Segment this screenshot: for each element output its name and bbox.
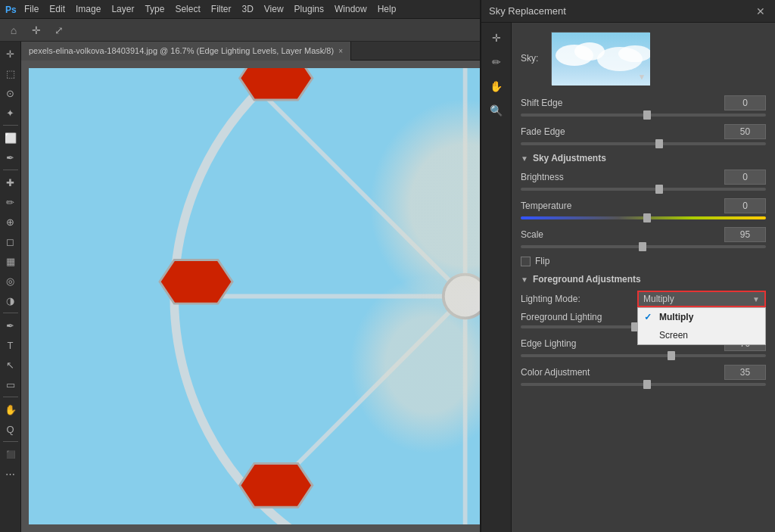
gradient-tool[interactable]: ▦	[2, 252, 20, 270]
lighting-mode-label: Lighting Mode:	[521, 294, 580, 304]
menu-image[interactable]: Image	[71, 2, 105, 16]
multiply-check-icon: ✓	[644, 312, 655, 322]
dropdown-option-multiply[interactable]: ✓ Multiply	[638, 308, 765, 326]
edge-lighting-thumb[interactable]	[668, 351, 675, 360]
sky-adjustments-section[interactable]: ▼ Sky Adjustments	[521, 153, 766, 163]
color-adjustment-track[interactable]	[521, 383, 766, 386]
temperature-track[interactable]	[521, 216, 766, 219]
lighting-mode-dropdown-list: ✓ Multiply ✓ Screen	[637, 307, 766, 345]
scale-track[interactable]	[521, 245, 766, 248]
fade-edge-row: Fade Edge 50	[521, 124, 766, 139]
lasso-tool[interactable]: ⊙	[2, 84, 20, 102]
dialog-close-button[interactable]: ✕	[754, 5, 767, 18]
brightness-slider-row	[521, 188, 766, 191]
svg-text:Ps: Ps	[5, 5, 17, 15]
home-icon[interactable]: ⌂	[6, 23, 21, 38]
lighting-mode-dropdown-wrapper: Multiply ▼ ✓ Multiply ✓ Screen	[637, 291, 766, 307]
more-tools[interactable]: ⋯	[2, 465, 20, 483]
menu-select[interactable]: Select	[170, 2, 204, 16]
fade-edge-label: Fade Edge	[521, 126, 565, 137]
clone-tool[interactable]: ⊕	[2, 213, 20, 231]
color-adjustment-row: Color Adjustment 35	[521, 365, 766, 380]
scale-value[interactable]: 95	[724, 227, 766, 242]
foreground-bg-color[interactable]: ⬛	[2, 445, 20, 463]
sky-thumbnail[interactable]: ▼	[551, 32, 649, 85]
dropdown-option-screen[interactable]: ✓ Screen	[638, 326, 765, 344]
dodge-tool[interactable]: ◑	[2, 291, 20, 310]
move-icon[interactable]: ✛	[29, 23, 44, 38]
foreground-lighting-label: Foreground Lighting	[521, 312, 602, 322]
app-icon: Ps	[3, 2, 18, 17]
shift-edge-slider-row	[521, 114, 766, 117]
menu-view[interactable]: View	[260, 2, 288, 16]
separator-5	[3, 441, 18, 442]
menu-edit[interactable]: Edit	[45, 2, 70, 16]
document-tab[interactable]: pexels-elina-volkova-18403914.jpg @ 16.7…	[21, 42, 351, 61]
flip-checkbox[interactable]	[521, 257, 531, 266]
temperature-value[interactable]: 0	[724, 198, 766, 213]
flip-row: Flip	[521, 256, 766, 266]
shift-edge-track[interactable]	[521, 114, 766, 117]
move-tool[interactable]: ✛	[2, 45, 20, 63]
fade-edge-thumb[interactable]	[655, 139, 663, 148]
dialog-header: Sky Replacement ✕	[481, 0, 775, 23]
scale-thumb[interactable]	[639, 242, 646, 251]
sky-brush-tool[interactable]: ✏	[486, 51, 507, 73]
healing-tool[interactable]: ✚	[2, 173, 20, 191]
eyedropper-tool[interactable]: ✒	[2, 148, 20, 166]
text-tool[interactable]: T	[2, 336, 20, 354]
dropdown-arrow-icon: ▼	[752, 295, 760, 303]
brightness-label: Brightness	[521, 172, 564, 182]
sky-zoom-tool[interactable]: 🔍	[486, 100, 507, 121]
menu-plugins[interactable]: Plugins	[290, 2, 328, 16]
sky-adjustments-label: Sky Adjustments	[533, 153, 606, 163]
hand-tool[interactable]: ✋	[2, 400, 20, 418]
edge-lighting-slider-row	[521, 354, 766, 357]
dialog-title: Sky Replacement	[489, 5, 566, 17]
sky-adjustments-chevron: ▼	[521, 154, 528, 163]
temperature-label: Temperature	[521, 201, 571, 211]
scale-row: Scale 95	[521, 227, 766, 242]
brightness-thumb[interactable]	[655, 185, 663, 194]
menu-filter[interactable]: Filter	[207, 2, 236, 16]
sky-dialog-content: Sky: ▼	[512, 23, 775, 532]
menu-3d[interactable]: 3D	[237, 2, 257, 16]
temperature-thumb[interactable]	[643, 213, 651, 222]
foreground-adjustments-label: Foreground Adjustments	[533, 274, 641, 285]
sky-hand-tool[interactable]: ✋	[486, 76, 507, 97]
color-adjustment-label: Color Adjustment	[521, 367, 590, 378]
fade-edge-value[interactable]: 50	[724, 124, 766, 139]
transform-icon[interactable]: ⤢	[51, 23, 67, 38]
fade-edge-track[interactable]	[521, 142, 766, 145]
scale-label: Scale	[521, 229, 543, 240]
shift-edge-value[interactable]: 0	[724, 95, 766, 110]
menu-file[interactable]: File	[20, 2, 43, 16]
shift-edge-thumb[interactable]	[643, 110, 651, 120]
edge-lighting-track[interactable]	[521, 354, 766, 357]
path-select-tool[interactable]: ↖	[2, 356, 20, 374]
foreground-adjustments-section[interactable]: ▼ Foreground Adjustments	[521, 274, 766, 285]
zoom-tool[interactable]: Q	[2, 420, 20, 438]
crop-tool[interactable]: ⬜	[2, 129, 20, 147]
sky-move-tool[interactable]: ✛	[486, 27, 507, 48]
tab-close-button[interactable]: ×	[338, 47, 343, 55]
shape-tool[interactable]: ▭	[2, 375, 20, 394]
blur-tool[interactable]: ◎	[2, 272, 20, 290]
menu-layer[interactable]: Layer	[107, 2, 139, 16]
menu-help[interactable]: Help	[373, 2, 401, 16]
brightness-value[interactable]: 0	[724, 170, 766, 185]
brush-tool[interactable]: ✏	[2, 193, 20, 211]
sky-field-label: Sky:	[521, 53, 543, 64]
lighting-mode-dropdown[interactable]: Multiply ▼	[637, 291, 766, 307]
menu-type[interactable]: Type	[140, 2, 169, 16]
magic-wand-tool[interactable]: ✦	[2, 104, 20, 122]
tab-label: pexels-elina-volkova-18403914.jpg @ 16.7…	[29, 46, 334, 55]
color-adjustment-value[interactable]: 35	[724, 365, 766, 380]
multiply-option-label: Multiply	[659, 312, 693, 322]
pen-tool[interactable]: ✒	[2, 316, 20, 334]
marquee-tool[interactable]: ⬚	[2, 64, 20, 82]
eraser-tool[interactable]: ◻	[2, 232, 20, 250]
color-adjustment-thumb[interactable]	[643, 380, 651, 389]
menu-window[interactable]: Window	[330, 2, 372, 16]
brightness-track[interactable]	[521, 188, 766, 191]
